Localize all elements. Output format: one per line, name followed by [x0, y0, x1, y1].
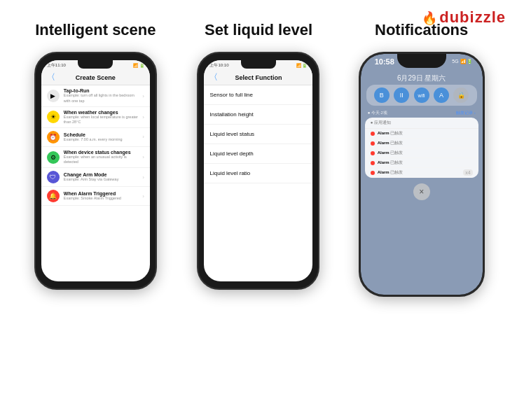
notif-row-1: Alarm 已触发 — [365, 129, 478, 139]
section-title-1: Intelligent scene — [35, 21, 156, 39]
scene-main-5: Change Arm Mode — [64, 172, 142, 177]
notif-sub-5: 已触发 — [390, 170, 403, 174]
notif-row-5: Alarm 已触发 x4 — [365, 168, 478, 178]
notif-sub-2: 已触发 — [390, 141, 403, 145]
notif-sub-3: 已触发 — [390, 150, 403, 155]
notif-sub-1: 已触发 — [390, 131, 403, 135]
liquid-item-3[interactable]: Liquid level status — [204, 125, 312, 144]
liquid-item-4[interactable]: Liquid level depth — [204, 144, 312, 164]
scene-main-2: When weather changes — [64, 110, 142, 115]
status-icons-3: 5G 📶🔋 — [452, 59, 472, 64]
notif-dot-1 — [371, 132, 375, 136]
notif-dot-3 — [371, 151, 375, 155]
date-display: 6月29日 星期六 — [397, 74, 446, 82]
notif-group-header: ● 应用通知 — [365, 118, 478, 129]
phone-1-screen: 上午11:10 📶 🔋 〈 Create Scene ▶ Tap-to-Run … — [41, 60, 150, 281]
notif-label-1: Alarm — [378, 131, 390, 135]
clear-notifications-btn[interactable]: × — [413, 183, 430, 200]
nav-bar-2: 〈 Select Function — [204, 70, 312, 85]
notif-text-4: Alarm 已触发 — [378, 160, 404, 166]
notif-row-2: Alarm 已触发 — [365, 139, 478, 148]
scene-icon-1: ▶ — [47, 90, 60, 102]
phone-3-screen: 10:58 5G 📶🔋 6月29日 星期六 B II wifi A 🔒 ● 今天… — [361, 54, 483, 295]
scene-item-device-status[interactable]: ⚙ When device status changes Example: wh… — [41, 147, 150, 168]
notif-text-3: Alarm 已触发 — [378, 150, 404, 156]
scene-icon-2: ☀ — [47, 111, 60, 123]
scene-sub-6: Example: Smoke Alarm Triggered — [64, 196, 142, 201]
scene-icon-3: ⏰ — [47, 131, 60, 144]
notif-row-3: Alarm 已触发 — [365, 148, 478, 158]
scene-item-arm-mode[interactable]: 🛡 Change Arm Mode Example: Arm Stay via … — [41, 168, 150, 187]
arrow-1: › — [142, 93, 144, 99]
back-btn-2[interactable]: 〈 — [209, 71, 218, 83]
notification-group: ● 应用通知 Alarm 已触发 Alarm 已触发 — [365, 118, 478, 178]
pause-btn[interactable]: II — [394, 88, 409, 103]
scene-sub-5: Example: Arm Stay via Gateway — [64, 177, 142, 182]
notif-dot-4 — [371, 161, 375, 165]
notif-app-name: ● 应用通知 — [371, 120, 391, 126]
section-title-2: Set liquid level — [205, 21, 312, 39]
arrow-5: › — [142, 174, 144, 181]
clear-button-container: × — [361, 183, 483, 200]
nav-bar-1: 〈 Create Scene — [41, 70, 150, 85]
scene-item-schedule[interactable]: ⏰ Schedule Example: 7:00 a.m. every morn… — [41, 128, 150, 147]
scene-sub-4: Example: when an unusual activity is det… — [64, 155, 142, 164]
notif-label-2: Alarm — [378, 141, 390, 145]
phone-3-notch — [397, 54, 446, 68]
nav-title-2: Select Function — [235, 74, 282, 81]
scene-icon-5: 🛡 — [47, 171, 60, 183]
notif-count-badge: x4 — [463, 169, 472, 176]
status-icons-2: 📶 🔋 — [296, 63, 308, 68]
status-icons-1: 📶 🔋 — [133, 63, 144, 68]
quick-actions-bar: B II wifi A 🔒 — [366, 85, 477, 106]
phone-2: 上午10:10 📶 🔋 〈 Select Function Sensor to … — [197, 52, 319, 290]
section-notifications: Notifications 10:58 5G 📶🔋 6月29日 星期六 B II… — [345, 21, 499, 297]
notif-header-right[interactable]: 触发记录 › — [456, 110, 476, 116]
wifi-btn[interactable]: wifi — [414, 88, 429, 103]
notif-row-4: Alarm 已触发 — [365, 158, 478, 168]
notif-text-5: Alarm 已触发 — [378, 169, 404, 176]
scene-main-1: Tap-to-Run — [64, 88, 142, 93]
notif-sub-4: 已触发 — [390, 160, 403, 164]
lock-btn[interactable]: 🔒 — [453, 88, 469, 103]
time-1: 上午11:10 — [47, 62, 66, 69]
notif-dot-2 — [371, 141, 375, 146]
scene-item-weather[interactable]: ☀ When weather changes Example: when loc… — [41, 107, 150, 128]
notif-dot-5 — [371, 171, 375, 175]
scene-item-alarm[interactable]: 🔔 When Alarm Triggered Example: Smoke Al… — [41, 187, 150, 206]
phone-1-notch — [78, 60, 113, 69]
scene-main-6: When Alarm Triggered — [64, 191, 142, 196]
scene-icon-4: ⚙ — [47, 151, 60, 164]
liquid-item-1[interactable]: Sensor to full line — [204, 85, 312, 105]
notif-row-5-content: Alarm 已触发 — [371, 169, 404, 176]
arrow-6: › — [142, 193, 144, 200]
notif-label-3: Alarm — [378, 150, 390, 155]
notif-header-left: ● 今天·2项 — [368, 110, 387, 116]
arrow-3: › — [142, 134, 144, 140]
nav-title-1: Create Scene — [76, 74, 116, 81]
section-liquid-level: Set liquid level 上午10:10 📶 🔋 〈 Select Fu… — [181, 21, 336, 290]
accessibility-btn[interactable]: A — [434, 88, 449, 103]
scene-icon-6: 🔔 — [47, 190, 60, 202]
scene-sub-2: Example: when local temperature is great… — [64, 115, 142, 125]
watermark: 🔥dubizzle — [422, 8, 506, 27]
phone-1: 上午11:10 📶 🔋 〈 Create Scene ▶ Tap-to-Run … — [34, 52, 157, 290]
arrow-4: › — [142, 154, 144, 160]
back-btn-1[interactable]: 〈 — [47, 71, 55, 83]
scene-main-4: When device status changes — [64, 150, 142, 155]
notification-header-row: ● 今天·2项 触发记录 › — [361, 108, 483, 118]
notif-text-1: Alarm 已触发 — [378, 130, 404, 136]
bluetooth-btn[interactable]: B — [374, 88, 390, 103]
liquid-item-2[interactable]: Installation height — [204, 105, 312, 125]
scene-main-3: Schedule — [64, 132, 142, 137]
scene-item-tap-to-run[interactable]: ▶ Tap-to-Run Example: turn off all light… — [41, 85, 150, 106]
scene-sub-3: Example: 7:00 a.m. every morning — [64, 137, 142, 142]
time-3: 10:58 — [375, 57, 394, 66]
phone-3: 10:58 5G 📶🔋 6月29日 星期六 B II wifi A 🔒 ● 今天… — [359, 52, 485, 297]
notif-text-2: Alarm 已触发 — [378, 140, 404, 146]
scene-sub-1: Example: turn off all lights in the bedr… — [64, 93, 142, 103]
notification-date: 6月29日 星期六 — [361, 68, 483, 85]
phone-2-screen: 上午10:10 📶 🔋 〈 Select Function Sensor to … — [204, 60, 312, 281]
liquid-item-5[interactable]: Liquid level ratio — [204, 164, 312, 183]
time-2: 上午10:10 — [209, 62, 228, 69]
